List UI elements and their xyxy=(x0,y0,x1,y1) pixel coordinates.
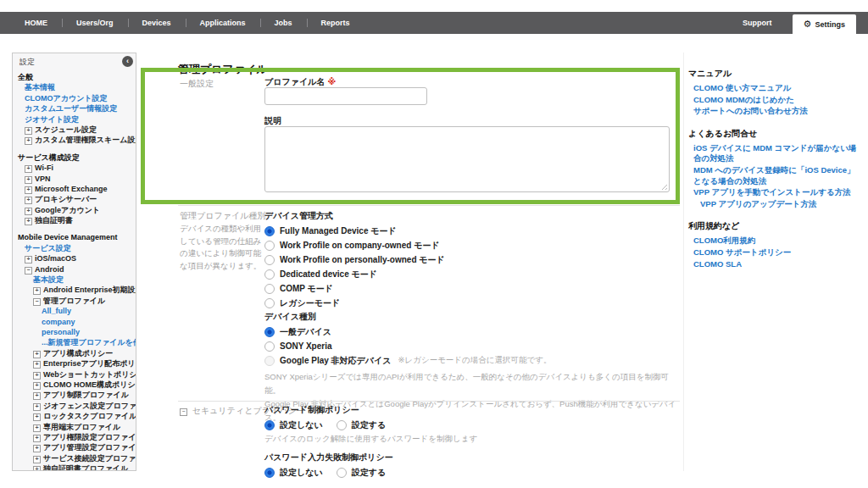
radio-option[interactable]: Work Profile on company-owned モード xyxy=(264,238,445,252)
help-link[interactable]: CLOMO 使い方マニュアル xyxy=(688,83,860,94)
radio-option[interactable]: 設定する xyxy=(337,419,386,431)
sidebar-item[interactable]: +Microsoft Exchange xyxy=(13,184,136,194)
radio-option[interactable]: Google Play 非対応デバイス※レガシーモードの場合に選択可能です。 xyxy=(264,353,551,368)
radio-unchecked-icon[interactable] xyxy=(337,468,347,478)
help-link[interactable]: CLOMO MDMのはじめかた xyxy=(688,95,860,106)
expand-icon[interactable]: + xyxy=(33,392,41,400)
description-textarea[interactable] xyxy=(264,126,670,192)
help-link[interactable]: CLOMO サポートポリシー xyxy=(688,247,860,258)
nav-item-jobs[interactable]: Jobs xyxy=(260,12,307,34)
nav-item-home[interactable]: HOME xyxy=(10,12,62,34)
sidebar-item[interactable]: +iOS/macOS xyxy=(13,253,136,263)
radio-checked-icon[interactable] xyxy=(264,226,275,236)
radio-option[interactable]: 設定しない xyxy=(264,467,323,479)
radio-unchecked-icon[interactable] xyxy=(264,269,275,280)
expand-icon[interactable]: + xyxy=(25,186,32,194)
radio-unchecked-icon[interactable] xyxy=(264,255,275,265)
help-link[interactable]: VPP アプリのアップデート方法 xyxy=(688,199,860,210)
support-link[interactable]: Support xyxy=(722,12,793,34)
nav-item-applications[interactable]: Applications xyxy=(186,12,260,34)
sidebar-item[interactable]: +ロックタスクプロファイル xyxy=(13,411,136,421)
sidebar-item[interactable]: +サービス接続設定プロファイル xyxy=(13,453,136,463)
expand-icon[interactable]: + xyxy=(33,403,41,411)
sidebar-item[interactable]: +プロキシサーバー xyxy=(13,194,136,204)
expand-icon[interactable]: + xyxy=(33,466,41,471)
radio-option[interactable]: レガシーモード xyxy=(264,296,445,310)
expand-icon[interactable]: + xyxy=(33,435,41,442)
sidebar-item[interactable]: +アプリ制限プロファイル xyxy=(13,390,136,400)
help-link[interactable]: CLOMO利用規約 xyxy=(688,236,860,247)
sidebar-item[interactable]: +アプリ権限設定プロファイル xyxy=(13,432,136,442)
sidebar-item[interactable]: +Webショートカットポリシー xyxy=(13,369,136,380)
radio-unchecked-icon[interactable] xyxy=(264,241,275,251)
sidebar-item[interactable]: +Googleアカウント xyxy=(13,205,136,215)
settings-tab[interactable]: ⚙ Settings xyxy=(793,14,856,34)
radio-checked-icon[interactable] xyxy=(264,420,275,430)
expand-icon[interactable]: + xyxy=(25,256,32,263)
sidebar-item[interactable]: +VPN xyxy=(13,174,136,184)
expand-icon[interactable]: + xyxy=(25,176,32,184)
sidebar-item[interactable]: +独自証明書プロファイル xyxy=(13,463,136,471)
help-link[interactable]: サポートへのお問い合わせ方法 xyxy=(688,106,860,117)
expand-icon[interactable]: + xyxy=(25,208,32,215)
expand-icon[interactable]: + xyxy=(33,382,41,390)
profile-name-input[interactable] xyxy=(264,87,427,105)
radio-option[interactable]: Dedicated device モード xyxy=(264,267,445,281)
help-link[interactable]: iOS デバイスに MDM コマンドが届かない場合の対処法 xyxy=(688,143,860,164)
radio-unchecked-icon[interactable] xyxy=(264,298,275,308)
sidebar-item[interactable]: CLOMOアカウント設定 xyxy=(13,93,136,103)
expand-icon[interactable]: + xyxy=(33,424,41,432)
sidebar-item[interactable]: +独自証明書 xyxy=(13,215,136,225)
radio-option[interactable]: COMP モード xyxy=(264,281,445,296)
expand-icon[interactable]: + xyxy=(33,445,41,452)
sidebar-item[interactable]: +CLOMO HOME構成ポリシー xyxy=(13,380,136,390)
sidebar-item[interactable]: サービス設定 xyxy=(13,243,136,253)
radio-option[interactable]: 設定しない xyxy=(264,419,323,431)
radio-checked-icon[interactable] xyxy=(264,327,275,337)
sidebar-item[interactable]: カスタムユーザー情報設定 xyxy=(13,103,136,114)
expand-icon[interactable]: + xyxy=(33,456,41,463)
nav-item-devices[interactable]: Devices xyxy=(128,12,186,34)
sidebar-item[interactable]: +専用端末プロファイル xyxy=(13,422,136,432)
radio-unchecked-icon[interactable] xyxy=(264,356,275,366)
sidebar-item[interactable]: −管理プロファイル xyxy=(13,296,136,306)
help-link[interactable]: VPP アプリを手動でインストールする方法 xyxy=(688,187,860,198)
radio-option[interactable]: 設定する xyxy=(337,467,386,479)
radio-checked-icon[interactable] xyxy=(264,468,275,478)
collapse-sidebar-button[interactable]: ‹ xyxy=(122,56,133,67)
sidebar-item[interactable]: +カスタム管理権限スキーム設定 xyxy=(13,135,136,145)
collapse-icon[interactable]: − xyxy=(25,267,32,274)
expand-icon[interactable]: + xyxy=(33,287,41,295)
sidebar-item[interactable]: +スケジュール設定 xyxy=(13,125,136,135)
nav-item-users-org[interactable]: Users/Org xyxy=(62,12,128,34)
sidebar-item[interactable]: +Wi-Fi xyxy=(13,163,136,173)
expand-icon[interactable]: + xyxy=(33,413,41,421)
expand-icon[interactable]: + xyxy=(25,137,32,145)
expand-icon[interactable]: + xyxy=(25,218,32,225)
help-link[interactable]: MDM へのデバイス登録時に「iOS Device」となる場合の対処法 xyxy=(688,165,860,186)
sidebar-item[interactable]: company xyxy=(13,317,136,327)
radio-unchecked-icon[interactable] xyxy=(264,341,275,352)
sidebar-item[interactable]: ジオサイト設定 xyxy=(13,114,136,125)
radio-option[interactable]: Work Profile on personally-owned モード xyxy=(264,252,445,267)
sidebar-item[interactable]: −Android xyxy=(13,264,136,274)
sidebar-item[interactable]: +アプリ構成ポリシー xyxy=(13,348,136,358)
sidebar-item[interactable]: 基本情報 xyxy=(13,82,136,92)
expand-icon[interactable]: + xyxy=(33,372,41,380)
radio-option[interactable]: Fully Managed Device モード xyxy=(264,224,445,238)
radio-option[interactable]: 一般デバイス xyxy=(264,324,551,339)
expand-icon[interactable]: + xyxy=(33,361,41,369)
sidebar-item[interactable]: +アプリ管理設定プロファイル xyxy=(13,442,136,452)
expand-icon[interactable]: + xyxy=(25,127,32,135)
expand-icon[interactable]: + xyxy=(25,197,32,204)
radio-option[interactable]: SONY Xperia xyxy=(264,339,551,353)
sidebar-item[interactable]: +ジオフェンス設定プロファイル xyxy=(13,401,136,411)
sidebar-item[interactable]: personally xyxy=(13,327,136,337)
expand-icon[interactable]: + xyxy=(25,165,32,173)
sidebar-item[interactable]: 基本設定 xyxy=(13,274,136,285)
collapse-section-icon[interactable]: − xyxy=(180,408,187,416)
sidebar-item[interactable]: All_fully xyxy=(13,306,136,316)
expand-icon[interactable]: + xyxy=(33,351,41,358)
radio-unchecked-icon[interactable] xyxy=(264,284,275,294)
nav-item-reports[interactable]: Reports xyxy=(307,12,364,34)
